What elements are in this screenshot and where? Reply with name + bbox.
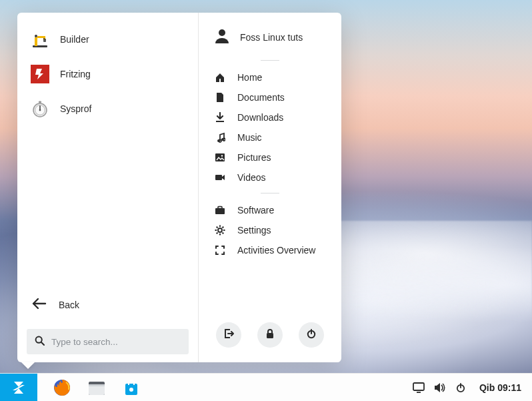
logout-icon xyxy=(223,328,234,342)
place-home[interactable]: Home xyxy=(211,67,329,87)
picture-icon xyxy=(213,152,227,163)
arrow-left-icon xyxy=(31,296,47,313)
svg-line-28 xyxy=(223,233,224,234)
place-label: Downloads xyxy=(237,112,283,123)
app-item-builder[interactable]: Builder xyxy=(27,25,189,54)
svg-point-13 xyxy=(219,29,225,36)
power-icon xyxy=(306,328,317,342)
svg-line-27 xyxy=(217,227,218,228)
sysprof-icon xyxy=(31,99,49,118)
back-button[interactable]: Back xyxy=(27,290,189,320)
svg-point-18 xyxy=(221,155,223,156)
place-label: Documents xyxy=(237,92,285,103)
system-list: Software Settings Activities Overview xyxy=(211,200,329,260)
builder-icon xyxy=(31,30,49,49)
lock-button[interactable] xyxy=(257,322,283,348)
svg-rect-1 xyxy=(35,37,37,46)
svg-rect-17 xyxy=(215,153,225,161)
svg-point-43 xyxy=(129,388,133,392)
menu-left-panel: Builder Fritzing xyxy=(17,13,199,362)
svg-point-4 xyxy=(35,35,37,37)
video-icon xyxy=(213,172,227,183)
svg-line-29 xyxy=(217,233,218,234)
search-input[interactable] xyxy=(51,337,181,347)
search-icon xyxy=(35,336,45,348)
folder-icon xyxy=(87,379,106,396)
svg-rect-44 xyxy=(413,383,424,390)
svg-rect-2 xyxy=(37,36,45,38)
search-field[interactable] xyxy=(27,329,189,354)
fritzing-icon xyxy=(31,65,49,83)
app-label: Fritzing xyxy=(60,69,91,79)
zorin-menu-button[interactable] xyxy=(0,374,37,402)
svg-rect-21 xyxy=(218,207,222,209)
user-name: Foss Linux tuts xyxy=(240,32,303,43)
system-label: Software xyxy=(237,205,274,216)
place-music[interactable]: Music xyxy=(211,127,329,147)
user-icon xyxy=(213,27,231,47)
place-label: Home xyxy=(237,72,262,83)
place-downloads[interactable]: Downloads xyxy=(211,107,329,127)
svg-line-30 xyxy=(223,227,224,228)
svg-rect-19 xyxy=(215,175,222,180)
menu-right-panel: Foss Linux tuts Home Documents Downlo xyxy=(199,13,341,362)
place-documents[interactable]: Documents xyxy=(211,87,329,107)
fullscreen-icon xyxy=(213,245,227,256)
place-label: Videos xyxy=(237,172,266,183)
svg-point-16 xyxy=(221,138,224,141)
app-label: Sysprof xyxy=(60,103,91,114)
svg-point-22 xyxy=(218,228,222,232)
svg-rect-20 xyxy=(215,208,225,214)
download-icon xyxy=(213,112,227,123)
firefox-icon xyxy=(53,378,71,397)
svg-line-12 xyxy=(41,342,44,345)
system-software[interactable]: Software xyxy=(211,200,329,220)
session-buttons xyxy=(211,313,329,354)
taskbar-files[interactable] xyxy=(87,378,107,398)
place-label: Music xyxy=(237,132,262,143)
place-label: Pictures xyxy=(237,152,271,163)
system-label: Settings xyxy=(237,225,271,236)
place-videos[interactable]: Videos xyxy=(211,167,329,187)
places-list: Home Documents Downloads Music xyxy=(211,67,329,187)
back-label: Back xyxy=(59,300,79,310)
home-icon xyxy=(213,72,227,83)
app-list: Builder Fritzing xyxy=(27,25,189,129)
divider xyxy=(261,60,279,61)
svg-rect-41 xyxy=(89,384,105,386)
system-activities[interactable]: Activities Overview xyxy=(211,240,329,260)
taskbar-clock[interactable]: Qib 09:11 xyxy=(475,382,521,393)
tray-power-icon[interactable] xyxy=(455,382,466,393)
volume-icon[interactable] xyxy=(434,382,446,393)
taskbar: Qib 09:11 xyxy=(0,373,532,401)
user-row[interactable]: Foss Linux tuts xyxy=(211,23,329,55)
music-icon xyxy=(213,132,227,143)
system-settings[interactable]: Settings xyxy=(211,220,329,240)
system-label: Activities Overview xyxy=(237,245,315,256)
taskbar-software[interactable] xyxy=(121,378,141,398)
app-label: Builder xyxy=(60,34,89,45)
logout-button[interactable] xyxy=(216,322,241,348)
taskbar-firefox[interactable] xyxy=(52,378,72,398)
gear-icon xyxy=(213,225,227,236)
document-icon xyxy=(213,92,227,103)
place-pictures[interactable]: Pictures xyxy=(211,147,329,167)
app-item-fritzing[interactable]: Fritzing xyxy=(27,59,189,89)
zorin-icon xyxy=(9,378,28,397)
system-tray: Qib 09:11 xyxy=(413,382,532,393)
app-item-sysprof[interactable]: Sysprof xyxy=(27,94,189,123)
svg-rect-14 xyxy=(216,121,224,122)
taskbar-pinned xyxy=(37,378,141,398)
svg-rect-10 xyxy=(39,101,41,103)
start-menu: Builder Fritzing xyxy=(17,13,341,362)
power-button[interactable] xyxy=(299,322,324,348)
svg-point-15 xyxy=(217,139,220,142)
divider xyxy=(261,193,279,193)
svg-rect-31 xyxy=(267,333,273,338)
display-icon[interactable] xyxy=(413,382,425,393)
briefcase-icon xyxy=(213,205,227,216)
svg-point-9 xyxy=(39,109,41,111)
shopping-bag-icon xyxy=(122,378,141,397)
lock-icon xyxy=(265,328,275,342)
